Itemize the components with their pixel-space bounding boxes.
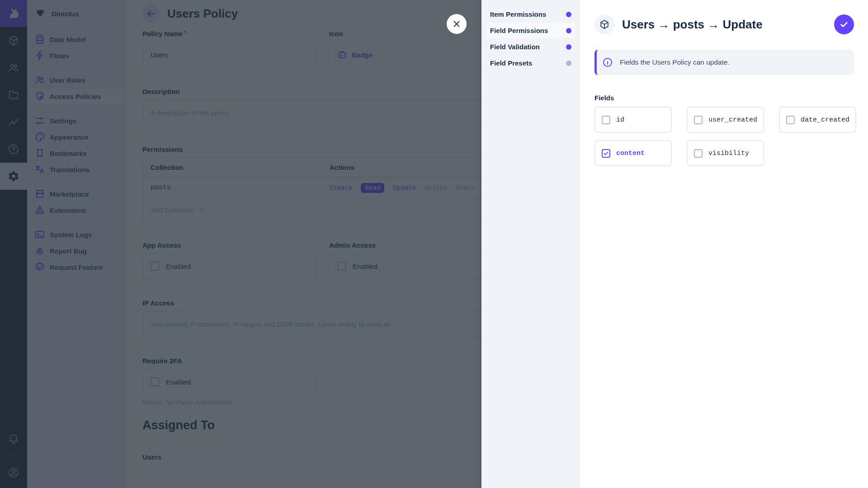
info-notice: Fields the Users Policy can update. [594,50,854,75]
check-icon [839,19,849,29]
checkbox [694,116,703,124]
check-icon [603,150,609,156]
drawer-nav-field-presets[interactable]: Field Presets [486,55,575,71]
checkbox [602,116,610,124]
checkbox-checked [602,149,610,158]
field-card-user-created[interactable]: user_created [687,107,764,133]
drawer-content: Users → posts → Update Fields the Users … [580,0,868,488]
field-card-id[interactable]: id [594,107,672,133]
field-card-content[interactable]: content [594,140,672,166]
drawer-nav-item-permissions[interactable]: Item Permissions [486,6,575,22]
notice-text: Fields the Users Policy can update. [620,58,730,66]
drawer-nav-field-permissions[interactable]: Field Permissions [486,23,575,38]
fields-label: Fields [594,94,854,102]
drawer-header-icon [594,14,614,34]
box-icon [599,19,610,30]
status-dot [566,28,571,33]
drawer-header: Users → posts → Update [594,14,854,34]
checkbox [786,116,795,124]
drawer-title: Users → posts → Update [622,18,834,32]
status-dot [566,12,571,17]
status-dot [566,61,571,66]
save-button[interactable] [834,14,854,34]
close-icon [452,19,462,29]
field-card-visibility[interactable]: visibility [687,140,764,166]
fields-grid: id user_created date_created content vis… [594,107,854,166]
modal-overlay[interactable] [0,0,481,488]
close-button[interactable] [447,14,467,34]
checkbox [694,149,703,158]
field-card-date-created[interactable]: date_created [779,107,856,133]
drawer-nav-field-validation[interactable]: Field Validation [486,39,575,55]
drawer-nav: Item Permissions Field Permissions Field… [481,0,580,488]
status-dot [566,44,571,50]
info-icon [602,57,613,68]
